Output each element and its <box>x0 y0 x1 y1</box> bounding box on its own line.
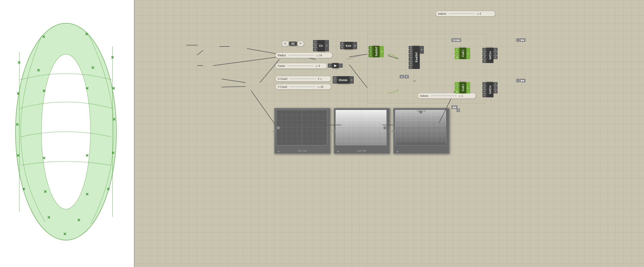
factor-label: Factor <box>278 65 285 67</box>
xz-port-o: O <box>284 42 286 45</box>
intcrv-top-node[interactable]: V D P K IntCrv C L D <box>482 48 498 63</box>
graph3-svg <box>395 110 446 145</box>
svg-text:✕: ✕ <box>85 192 89 197</box>
icon-panel-top: ≡ ▶ ▶▶ <box>451 38 461 42</box>
graph-panel-1[interactable]: ◀ 0.0 ; 0.5 ▲ <box>274 108 331 154</box>
radius-slider[interactable]: Radius ◇ 14 <box>275 52 332 58</box>
xz-port-p: P <box>300 42 302 45</box>
graph2-input-port: ◀ <box>332 129 335 133</box>
node-editor[interactable]: Indices ◇ 2 O XZ P P R D Cir C B E <box>134 0 644 267</box>
intcrv-top-label: IntCrv <box>489 51 492 60</box>
factor-slider[interactable]: Factor ◇ 4 <box>275 63 327 69</box>
svg-text:✕: ✕ <box>112 86 115 91</box>
svg-line-37 <box>222 87 246 87</box>
ucount-track[interactable] <box>290 78 316 79</box>
svg-text:✕: ✕ <box>111 55 114 60</box>
svg-line-30 <box>197 50 203 55</box>
radius-track[interactable] <box>288 55 314 56</box>
graph1-label: 0.0 ; 0.5 <box>298 150 307 152</box>
indices-top-label: Indices <box>438 12 446 15</box>
radius-label: Radius <box>278 54 286 57</box>
svg-line-36 <box>222 79 246 83</box>
svg-text:✕: ✕ <box>42 89 46 93</box>
comparator-node[interactable]: F ▶ V <box>328 63 343 68</box>
graph1-svg <box>276 110 327 145</box>
svg-text:✕: ✕ <box>22 187 25 191</box>
graph2-label: 1.0 ; 0.5 <box>358 150 366 152</box>
graph1-bot-icon: ▲ <box>277 150 280 153</box>
indices-bot-track[interactable] <box>431 96 457 96</box>
graph3-label: 0.5 ; 1.0 <box>417 110 426 112</box>
extrude-node[interactable]: B E Extr D <box>340 42 357 49</box>
svg-line-32 <box>213 57 279 66</box>
subsrf-label: SubSrf <box>375 47 378 56</box>
svg-text:✕: ✕ <box>112 117 116 122</box>
svg-text:✕: ✕ <box>47 215 50 220</box>
svg-text:✕: ✕ <box>85 153 89 158</box>
factor-track[interactable] <box>288 66 313 66</box>
indices-bot-value: ◇ 1 <box>459 95 463 97</box>
vcount-label: V Count <box>278 85 287 88</box>
ucount-slider[interactable]: U Count 1 ◇ <box>275 76 331 82</box>
indices-top-value: ◇ 2 <box>477 12 481 15</box>
icon-panel-top-right: ↕ ▶▶ <box>516 38 526 42</box>
indices-top-track[interactable] <box>449 13 475 14</box>
factor-value: ◇ 4 <box>316 65 320 67</box>
svg-text:✕: ✕ <box>107 187 110 191</box>
xz-plane-node[interactable]: O XZ P <box>282 41 304 46</box>
vcount-slider[interactable]: V Count ◇ 10 <box>275 84 331 90</box>
evalsrf-node[interactable]: S N U V O F EvalSrf P <box>409 46 424 69</box>
viewport-panel: ✕ ✕ ✕ ✕ ✕ ✕ ✕ ✕ ✕ ✕ ✕ ✕ ✕ ✕ ✕ ✕ ✕ ✕ ✕ ✕ … <box>0 0 134 267</box>
svg-text:✕: ✕ <box>85 32 88 36</box>
intcrv-bot-label: IntCrv <box>489 86 492 94</box>
graph1-input-port: ◀ <box>273 129 275 133</box>
bottom-icon-left[interactable]: ◀ <box>452 106 454 108</box>
indices-bot-slider[interactable]: Indices ◇ 1 <box>418 93 476 99</box>
svg-text:✕: ✕ <box>63 232 66 236</box>
svg-line-35 <box>347 56 360 59</box>
bottom-icon-right[interactable]: ▶ <box>455 106 456 108</box>
graph3-input-port: ◀ <box>392 129 394 133</box>
svg-text:✕: ✕ <box>16 153 20 158</box>
graph2-svg <box>336 110 387 145</box>
svg-text:✕: ✕ <box>17 60 21 65</box>
divide-node[interactable]: U V Divide S <box>333 76 354 84</box>
svg-text:✕: ✕ <box>91 66 94 70</box>
svg-text:✕: ✕ <box>37 68 40 73</box>
divide-label: Divide <box>339 78 348 82</box>
vcount-track[interactable] <box>290 87 316 87</box>
graph-panel-3[interactable]: ◀ 0.5 ; 1.0 ▲ <box>393 108 450 154</box>
graph-panel-2[interactable]: ◀ ▶ 1.0 ; 0.5 ▲ <box>334 108 390 154</box>
graph3-bot-icon: ▲ <box>396 150 399 153</box>
svg-text:✕: ✕ <box>16 122 19 127</box>
cull-i-top-label: Cull i <box>461 50 465 57</box>
svg-point-55 <box>384 127 386 129</box>
svg-line-47 <box>251 90 275 125</box>
circle-node[interactable]: P R D Cir C <box>313 40 329 51</box>
radius-value: ◇ 14 <box>316 54 322 57</box>
cull-i-top-node[interactable]: L I W Cull i L <box>455 48 470 59</box>
panel-icon-2[interactable]: ▶ <box>454 39 456 41</box>
panel-icon-1[interactable]: ≡ <box>452 39 454 41</box>
svg-line-41 <box>349 54 367 57</box>
svg-text:✕: ✕ <box>43 190 47 194</box>
svg-text:✕: ✕ <box>16 91 20 96</box>
extrude-label: Extr <box>346 44 351 47</box>
svg-text:✕: ✕ <box>77 218 80 222</box>
cull-i-bot-node[interactable]: L I W Cull i L <box>455 82 470 93</box>
intcrv-bot-node[interactable]: V D P K IntCrv C L D <box>482 82 498 97</box>
indices-top-slider[interactable]: Indices ◇ 2 <box>436 11 495 17</box>
ucount-label: U Count <box>278 77 287 80</box>
panel-icon-3[interactable]: ▶▶ <box>456 39 460 41</box>
cull-i-bot-label: Cull i <box>461 84 465 91</box>
circle-label: Cir <box>319 44 323 47</box>
svg-text:✕: ✕ <box>42 35 45 39</box>
evalsrf-label: EvalSrf <box>415 53 418 62</box>
svg-line-33 <box>247 49 279 54</box>
icon-panel-bot-right: ↕ ▶▶ <box>516 79 526 82</box>
viewport-svg: ✕ ✕ ✕ ✕ ✕ ✕ ✕ ✕ ✕ ✕ ✕ ✕ ✕ ✕ ✕ ✕ ✕ ✕ ✕ ✕ … <box>0 0 134 267</box>
subsrf-node[interactable]: S D S SubSrf S <box>369 46 384 57</box>
indices-bot-label: Indices <box>420 95 428 97</box>
svg-text:✕: ✕ <box>42 156 46 160</box>
menu-icon-bottom[interactable]: ≡ <box>456 108 460 112</box>
